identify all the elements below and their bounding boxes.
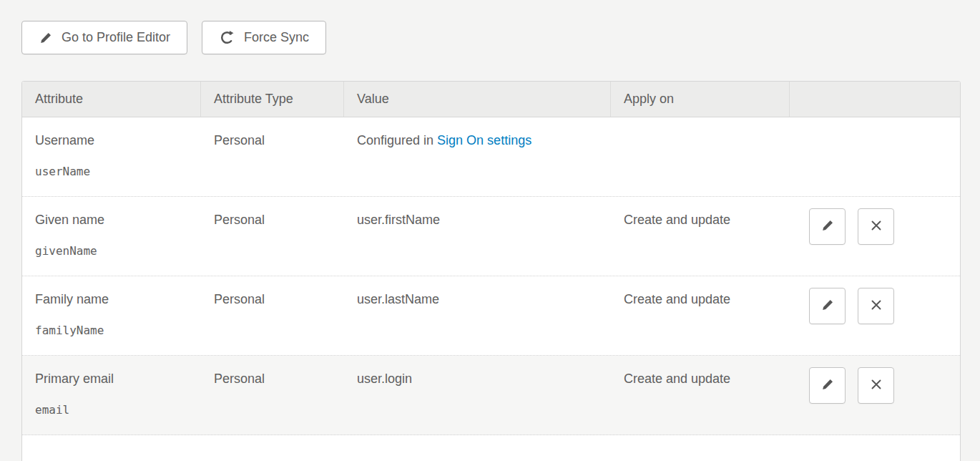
sign-on-settings-link[interactable]: Sign On settings (437, 133, 531, 147)
refresh-icon (219, 29, 235, 46)
delete-attribute-button[interactable] (858, 288, 894, 324)
close-icon (869, 218, 883, 235)
table-row-partial (22, 435, 960, 461)
apply-on-cell: Create and update (611, 356, 790, 435)
pencil-icon (820, 218, 835, 235)
edit-attribute-button[interactable] (809, 288, 846, 324)
attribute-variable-name: givenName (35, 244, 194, 258)
attribute-type-cell: Personal (201, 117, 344, 196)
go-to-profile-editor-label: Go to Profile Editor (62, 30, 170, 45)
column-header-attribute-type: Attribute Type (201, 82, 344, 117)
actions-cell (790, 197, 960, 276)
attribute-cell: Given name givenName (22, 197, 201, 276)
column-header-actions (790, 82, 960, 117)
close-icon (869, 377, 883, 394)
actions-cell (790, 117, 960, 196)
attribute-type-cell: Personal (201, 356, 344, 435)
force-sync-button[interactable]: Force Sync (202, 21, 326, 54)
attribute-label: Username (35, 133, 194, 148)
delete-attribute-button[interactable] (858, 208, 894, 245)
attribute-label: Family name (35, 292, 194, 307)
pencil-icon (39, 31, 53, 45)
actions-cell (790, 356, 960, 435)
value-prefix-text: Configured in (357, 133, 437, 147)
go-to-profile-editor-button[interactable]: Go to Profile Editor (21, 21, 187, 54)
attribute-variable-name: familyName (35, 324, 194, 337)
table-row-family-name: Family name familyName Personal user.las… (22, 276, 960, 356)
apply-on-cell: Create and update (611, 197, 790, 276)
table-row-primary-email: Primary email email Personal user.login … (22, 356, 960, 435)
table-row-username: Username userName Personal Configured in… (22, 117, 960, 197)
column-header-attribute: Attribute (22, 82, 201, 117)
pencil-icon (820, 298, 835, 314)
attribute-cell: Primary email email (22, 356, 201, 435)
attribute-variable-name: userName (35, 165, 194, 178)
delete-attribute-button[interactable] (858, 367, 894, 404)
attribute-variable-name: email (35, 403, 194, 417)
column-header-value: Value (344, 82, 611, 117)
value-cell: user.lastName (344, 276, 611, 355)
edit-attribute-button[interactable] (809, 208, 846, 245)
force-sync-label: Force Sync (244, 30, 309, 45)
column-header-apply-on: Apply on (611, 82, 790, 117)
attribute-type-cell: Personal (201, 197, 344, 276)
value-cell: user.login (344, 356, 611, 435)
table-header-row: Attribute Attribute Type Value Apply on (22, 82, 960, 117)
attribute-label: Given name (35, 213, 194, 228)
edit-attribute-button[interactable] (809, 367, 846, 404)
apply-on-cell (611, 117, 790, 196)
actions-cell (790, 276, 960, 355)
table-row-given-name: Given name givenName Personal user.first… (22, 197, 960, 276)
attribute-type-cell: Personal (201, 276, 344, 355)
attribute-label: Primary email (35, 372, 194, 387)
attribute-cell: Username userName (22, 117, 201, 196)
value-cell: user.firstName (344, 197, 611, 276)
attribute-cell: Family name familyName (22, 276, 201, 355)
attribute-mapping-table: Attribute Attribute Type Value Apply on … (21, 81, 961, 461)
pencil-icon (820, 377, 835, 394)
apply-on-cell: Create and update (611, 276, 790, 355)
close-icon (869, 298, 883, 314)
value-cell: Configured in Sign On settings (344, 117, 611, 196)
toolbar: Go to Profile Editor Force Sync (21, 21, 326, 54)
